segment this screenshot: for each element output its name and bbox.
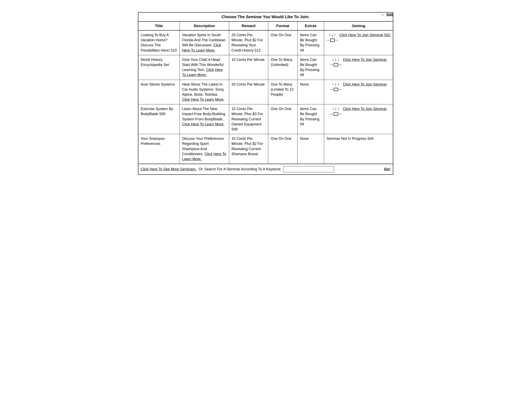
cell-joining-1: \ | / — — Click Here To Join Seminar (324, 55, 393, 80)
vol-dash-left-2: — (330, 87, 333, 92)
cell-extras-0: Items Can Be Bought By Pressing #9 (297, 30, 324, 55)
vol-top-0: \ | / (329, 33, 336, 37)
cell-joining-3: \ | / — — Click Here To Join Seminar (324, 105, 393, 134)
join-link-3[interactable]: Click Here To Join Seminar (343, 107, 387, 111)
cell-extras-1: Items Can Be Bought By Pressing #9 (297, 55, 324, 80)
vol-middle-2: — — (330, 87, 342, 92)
vol-dash-left-3: — (330, 112, 333, 116)
desc-link-0[interactable]: Click Here To Learn More. (182, 43, 221, 52)
col-header-description: Description (179, 21, 229, 30)
cell-reward-1: 10 Cents Per Minute (229, 55, 268, 80)
vol-dash-right-2: — (338, 87, 342, 92)
cell-format-2: One To Many (Limited To 12 People) (268, 80, 298, 105)
vol-middle-3: — — (330, 112, 342, 116)
cell-title-0: Looking To Buy A Vacation Home? Discuss … (138, 30, 180, 55)
table-row: Looking To Buy A Vacation Home? Discuss … (138, 30, 393, 55)
vol-top-2: \ | / (333, 82, 339, 87)
volume-control-0: \ | / — — (327, 33, 338, 43)
vol-dash-right-3: — (338, 112, 342, 116)
cell-description-1: Give Your Child A Head Start With This W… (179, 55, 229, 80)
join-link-0[interactable]: Click Here To Join Seminar 502 (339, 33, 390, 37)
vol-top-1: \ | / (333, 58, 339, 62)
volume-control-3: \ | / — — (330, 107, 342, 116)
cell-title-2: Auto Stereo Systems (138, 80, 180, 105)
cell-format-0: One On One (268, 30, 298, 55)
vol-middle-0: — — (327, 38, 338, 42)
col-header-title: Title (138, 21, 180, 30)
cell-title-1: World History Encyclopedia Set (138, 55, 180, 80)
footer-inner: Click Here To See More Seminars. Or, Sea… (141, 166, 390, 172)
volume-control-1: \ | / — — (330, 58, 342, 67)
cell-description-2: Hear About The Latest In Car Audio Syste… (179, 80, 229, 105)
table-row: World History Encyclopedia SetGive Your … (138, 55, 393, 80)
cell-description-4: Discuss Your Preferences Regarding Sport… (179, 134, 229, 164)
cell-extras-3: Items Can Be Bought By Pressing #9 (297, 105, 324, 134)
cell-format-4: One On One (268, 134, 298, 164)
cell-description-0: Vacation Spots In South Florida And The … (179, 30, 229, 55)
cell-reward-3: 15 Cents Per Minute, Plus $3 For Reveali… (229, 105, 268, 134)
col-header-extras: Extras (297, 21, 324, 30)
table-title: Choose The Seminar You Would Like To Joi… (138, 12, 393, 21)
cell-joining-2: \ | / — — Click Here To Join Seminar (324, 80, 393, 105)
cell-joining-0: \ | / — — Click Here To Join Seminar 502 (324, 30, 393, 55)
table-row: Exercise System By BodyBlade 506Learn Ab… (138, 105, 393, 134)
counter-value: 500 (386, 13, 393, 17)
table-footer-row: Click Here To See More Seminars. Or, Sea… (138, 164, 393, 175)
desc-link-2[interactable]: Click Here To Learn More. (182, 98, 225, 102)
table-row: Your Shampoo PreferencesDiscuss Your Pre… (138, 134, 393, 164)
table-row: Auto Stereo SystemsHear About The Latest… (138, 80, 393, 105)
cell-title-4: Your Shampoo Preferences (138, 134, 180, 164)
seminar-status-4: Seminar Not In Progress 504 (327, 136, 374, 141)
go-button[interactable]: Go! (384, 167, 390, 171)
see-more-link[interactable]: Click Here To See More Seminars. (141, 167, 197, 171)
vol-box-1[interactable] (334, 63, 338, 66)
join-link-2[interactable]: Click Here To Join Seminar (343, 82, 387, 86)
page-container: ← 500 Choose The Seminar You Would Like … (138, 12, 393, 175)
desc-link-4[interactable]: Click Here To Learn More. (182, 152, 226, 161)
footer-cell: Click Here To See More Seminars. Or, Sea… (138, 164, 393, 175)
search-label: Or, Search For A Seminar According To A … (199, 167, 281, 171)
col-header-reward: Reward (229, 21, 268, 30)
cell-joining-4: Seminar Not In Progress 504 (324, 134, 393, 164)
table-title-row: Choose The Seminar You Would Like To Joi… (138, 12, 393, 21)
cell-reward-2: 20 Cents Per Minute (229, 80, 268, 105)
vol-box-2[interactable] (334, 88, 338, 91)
cell-reward-0: 25 Cents Per Minute, Plus $2 For Reveali… (229, 30, 268, 55)
cell-description-3: Learn About The New Impact-Free Body-Bui… (179, 105, 229, 134)
vol-box-0[interactable] (330, 39, 335, 42)
cell-reward-4: 15 Cents Per Minute, Plus $2 For Reveali… (229, 134, 268, 164)
vol-dash-left-0: — (327, 38, 330, 42)
cell-format-3: One On One (268, 105, 298, 134)
vol-box-3[interactable] (334, 112, 338, 116)
cell-format-1: One To Many (Unlimited) (268, 55, 298, 80)
join-link-1[interactable]: Click Here To Join Seminar (343, 58, 387, 62)
vol-top-3: \ | / (333, 107, 339, 111)
vol-dash-right-1: — (338, 62, 342, 67)
col-header-joining: Joining (324, 21, 393, 30)
arrow-icon: ← (381, 12, 385, 17)
desc-link-1[interactable]: Click Here To Learn More. (182, 68, 223, 77)
keyword-search-input[interactable] (283, 166, 334, 172)
volume-control-2: \ | / — — (330, 82, 342, 92)
col-header-format: Format (268, 21, 298, 30)
counter-area: ← 500 (381, 12, 393, 17)
seminar-table: Choose The Seminar You Would Like To Joi… (138, 12, 393, 175)
cell-extras-2: None (297, 80, 324, 105)
vol-dash-left-1: — (330, 62, 333, 67)
desc-link-3[interactable]: Click Here To Learn More. (182, 122, 225, 126)
table-header-row: Title Description Reward Format Extras J… (138, 21, 393, 30)
cell-extras-4: None (297, 134, 324, 164)
vol-dash-right-0: — (335, 38, 338, 42)
cell-title-3: Exercise System By BodyBlade 506 (138, 105, 180, 134)
vol-middle-1: — — (330, 62, 342, 67)
